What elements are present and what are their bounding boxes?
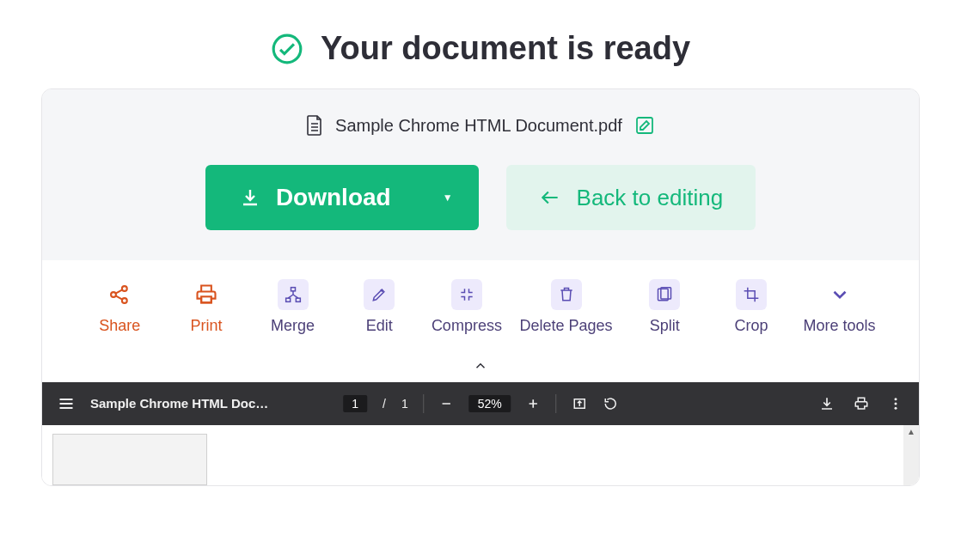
download-icon [819,396,835,411]
share-icon [107,283,132,307]
split-icon [656,286,673,303]
viewer-print-button[interactable] [854,396,869,411]
viewer-right-controls [819,396,903,411]
filename-row: Sample Chrome HTML Document.pdf [42,115,919,136]
edit-filename-button[interactable] [634,115,655,136]
svg-point-3 [122,286,127,291]
share-button[interactable]: Share [85,279,154,336]
more-tools-button[interactable]: More tools [804,279,876,336]
svg-rect-8 [296,298,300,301]
edit-button[interactable]: Edit [345,279,413,336]
viewer-more-button[interactable] [888,396,903,411]
print-icon [854,396,869,411]
svg-point-0 [273,35,301,63]
hamburger-icon [58,395,75,412]
download-label: Download [276,184,391,211]
compress-label: Compress [432,317,502,336]
page-title: Your document is ready [321,30,690,67]
download-button[interactable]: Download ▼ [205,165,479,230]
page-header: Your document is ready [0,0,961,88]
collapse-row [42,355,919,382]
scroll-up-icon: ▲ [907,427,915,436]
page-thumbnail[interactable] [52,434,207,485]
zoom-in-button[interactable] [526,397,540,411]
filename-text: Sample Chrome HTML Document.pdf [335,116,622,136]
arrow-left-icon [539,186,561,209]
svg-rect-5 [201,296,211,302]
crop-button[interactable]: Crop [717,279,786,336]
share-label: Share [99,317,140,336]
more-tools-label: More tools [804,317,876,336]
back-label: Back to editing [577,185,724,211]
rotate-button[interactable] [603,396,618,411]
result-card: Sample Chrome HTML Document.pdf Download… [41,88,920,486]
svg-rect-6 [291,288,295,291]
card-top: Sample Chrome HTML Document.pdf Download… [42,89,919,260]
crop-icon [743,286,760,303]
svg-rect-1 [637,118,652,133]
separator [424,394,425,413]
more-vertical-icon [888,396,903,411]
viewer-center-controls: 1 / 1 52% [343,394,618,413]
tools-toolbar: Share Print Merge Edit Compress Delete P… [42,260,919,355]
merge-button[interactable]: Merge [259,279,327,336]
svg-point-12 [895,398,897,400]
primary-actions: Download ▼ Back to editing [42,165,919,230]
download-icon [240,187,260,208]
print-label: Print [190,317,222,336]
delete-pages-button[interactable]: Delete Pages [520,279,613,336]
merge-label: Merge [271,317,315,336]
split-label: Split [650,317,680,336]
collapse-toolbar-button[interactable] [470,358,491,374]
page-total: 1 [401,397,408,411]
svg-point-4 [122,298,127,303]
pdf-viewer-toolbar: Sample Chrome HTML Doc… 1 / 1 52% [42,382,919,425]
svg-point-2 [111,292,116,297]
svg-point-14 [895,406,897,409]
merge-icon [285,286,302,303]
plus-icon [526,397,540,411]
rotate-icon [603,396,618,411]
separator [555,394,556,413]
pencil-square-icon [634,115,655,136]
check-circle-icon [271,33,303,65]
svg-point-13 [895,402,897,405]
print-icon [194,283,218,307]
compress-button[interactable]: Compress [432,279,502,336]
trash-icon [558,286,575,303]
pdf-viewer-body: ▲ [42,425,919,485]
print-button[interactable]: Print [172,279,241,336]
zoom-out-button[interactable] [440,397,454,411]
page-separator: / [383,397,386,411]
back-to-editing-button[interactable]: Back to editing [506,165,756,230]
fit-page-button[interactable] [572,396,587,411]
svg-rect-7 [285,298,290,301]
pencil-icon [370,286,388,303]
crop-label: Crop [734,317,768,336]
page-current-input[interactable]: 1 [343,395,367,412]
compress-icon [458,286,475,303]
document-icon [306,115,323,136]
edit-label: Edit [366,317,393,336]
fit-icon [572,396,587,411]
zoom-level-input[interactable]: 52% [469,395,511,412]
caret-down-icon: ▼ [434,192,453,204]
chevron-down-icon [829,283,851,306]
delete-pages-label: Delete Pages [520,317,613,336]
viewer-menu-button[interactable] [58,395,75,412]
chevron-up-icon [470,358,491,374]
viewer-doc-title: Sample Chrome HTML Doc… [90,396,268,411]
split-button[interactable]: Split [630,279,699,336]
minus-icon [440,397,454,411]
viewer-download-button[interactable] [819,396,835,411]
scrollbar[interactable]: ▲ [903,425,919,485]
